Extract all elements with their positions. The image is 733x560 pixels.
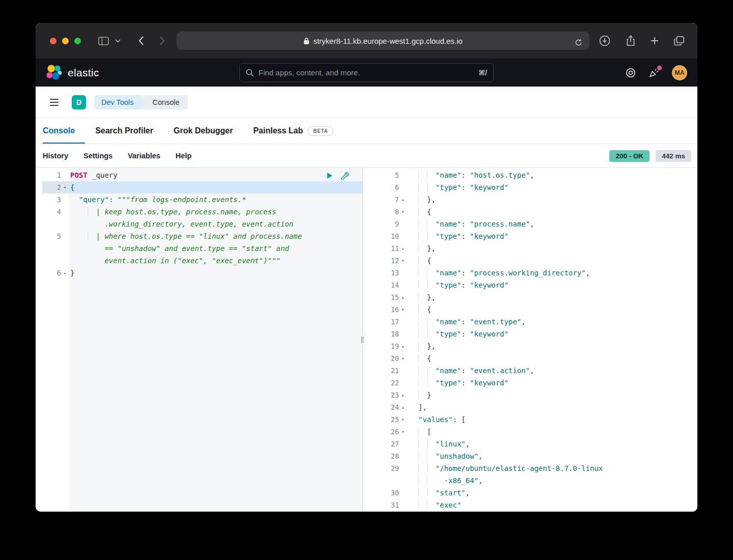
code-text: event.action in ("exec", "exec_event")""… (69, 255, 362, 267)
code-token: }, (427, 342, 436, 350)
fold-toggle-icon[interactable]: ▴ (399, 291, 407, 303)
code-text: "type": "keyword" (407, 181, 697, 193)
response-line[interactable]: 23▴ } (363, 389, 697, 401)
minimize-window-button[interactable] (62, 38, 69, 44)
request-line[interactable]: 3 "query": """from logs-endpoint.events.… (42, 193, 362, 206)
response-line[interactable]: 19▴ }, (363, 340, 697, 352)
reload-button[interactable] (573, 37, 584, 48)
tab-painless-lab[interactable]: Painless Lab BETA (243, 118, 344, 144)
panel-splitter[interactable] (362, 168, 363, 512)
response-line[interactable]: 10 "type": "keyword" (363, 230, 697, 242)
tab-console[interactable]: Console (43, 118, 85, 144)
menu-button[interactable] (48, 97, 61, 108)
response-line[interactable]: 26▾ [ (363, 426, 697, 438)
code-token: "host.os.type" (470, 171, 530, 179)
request-line[interactable]: 4 | keep host.os.type, process.name, pro… (42, 206, 362, 218)
fold-toggle-icon[interactable]: ▴ (399, 193, 407, 206)
share-button[interactable] (624, 33, 637, 48)
breadcrumb-dev-tools[interactable]: Dev Tools (94, 95, 140, 109)
response-line[interactable]: 22 "type": "keyword" (363, 377, 697, 389)
response-line[interactable]: 24▴ ], (363, 401, 697, 413)
fold-toggle-icon[interactable]: ▾ (399, 352, 407, 365)
response-line[interactable]: 6 "type": "keyword" (363, 181, 697, 193)
response-line[interactable]: 11▴ }, (363, 242, 697, 255)
response-line[interactable]: 9 "name": "process.name", (363, 218, 697, 230)
response-line[interactable]: 13 "name": "process.working_directory", (363, 267, 697, 279)
code-token: { (70, 183, 74, 191)
request-line[interactable]: 5 | where host.os.type == "linux" and pr… (42, 230, 362, 242)
code-token: : (461, 171, 470, 179)
request-line[interactable]: event.action in ("exec", "exec_event")""… (42, 255, 362, 267)
tab-overview-button[interactable] (672, 34, 686, 48)
request-line[interactable]: == "unshadow" and event.type == "start" … (42, 242, 362, 255)
splitter-handle-icon[interactable] (360, 335, 365, 345)
request-editor[interactable]: 1POST _query2▾{3 "query": """from logs-e… (42, 168, 362, 512)
request-line[interactable]: 6▴} (42, 267, 362, 279)
response-line[interactable]: 20▾ { (363, 352, 697, 365)
global-search-input[interactable] (259, 68, 474, 77)
response-line[interactable]: 21 "name": "event.action", (363, 365, 697, 377)
response-line[interactable]: 7▴ }, (363, 193, 697, 206)
response-line[interactable]: 30 "start", (363, 487, 697, 499)
fold-toggle-icon[interactable]: ▴ (399, 340, 407, 352)
indent-guide (418, 464, 427, 472)
fold-toggle-icon[interactable]: ▾ (399, 413, 407, 426)
request-line[interactable]: .working_directory, event.type, event.ac… (42, 218, 362, 230)
history-link[interactable]: History (43, 152, 68, 160)
code-token (410, 232, 418, 240)
deployment-badge[interactable]: D (72, 95, 86, 109)
back-button[interactable] (136, 34, 146, 48)
close-window-button[interactable] (50, 38, 57, 44)
response-line[interactable]: 31 "exec" (363, 499, 697, 511)
code-token (70, 244, 104, 253)
response-line[interactable]: 27 "linux", (363, 438, 697, 450)
newsfeed-button[interactable] (649, 67, 660, 78)
settings-link[interactable]: Settings (83, 152, 112, 160)
send-request-button[interactable] (326, 172, 333, 180)
response-viewer[interactable]: 5 "name": "host.os.type",6 "type": "keyw… (363, 168, 697, 512)
response-line[interactable]: 14 "type": "keyword" (363, 279, 697, 291)
response-line[interactable]: 18 "type": "keyword" (363, 328, 697, 340)
variables-link[interactable]: Variables (128, 152, 160, 160)
fold-toggle-icon[interactable]: ▴ (399, 389, 407, 401)
request-line[interactable]: 1POST _query (42, 169, 362, 181)
response-line[interactable]: 17 "name": "event.type", (363, 316, 697, 328)
response-line[interactable]: 8▾ { (363, 206, 697, 218)
fold-toggle-icon[interactable]: ▾ (399, 206, 407, 218)
fold-toggle-icon[interactable]: ▴ (399, 401, 407, 413)
tab-group-chevron-button[interactable] (113, 37, 123, 45)
sidebar-toggle-button[interactable] (96, 35, 111, 47)
response-line[interactable]: 25▾ "values": [ (363, 413, 697, 426)
code-token: } (70, 269, 74, 277)
response-line[interactable]: 28 "unshadow", (363, 450, 697, 462)
fold-toggle-icon[interactable]: ▾ (399, 426, 407, 438)
elastic-logo[interactable] (46, 65, 63, 80)
global-search-bar[interactable]: ⌘/ (239, 63, 494, 82)
tab-grok-debugger[interactable]: Grok Debugger (163, 118, 243, 144)
response-line[interactable]: 12▾ { (363, 255, 697, 267)
response-line[interactable]: 15▴ }, (363, 291, 697, 303)
line-gutter: 5 (363, 169, 407, 181)
fold-toggle-icon[interactable]: ▾ (61, 181, 69, 193)
forward-button[interactable] (157, 34, 167, 48)
code-token (70, 232, 88, 240)
request-options-button[interactable] (341, 172, 349, 180)
fold-toggle-icon[interactable]: ▴ (61, 267, 69, 279)
request-line[interactable]: 2▾{ (42, 181, 362, 193)
fold-toggle-icon[interactable]: ▾ (399, 255, 407, 267)
fold-toggle-icon[interactable]: ▴ (399, 242, 407, 255)
response-line[interactable]: 29 "/home/ubuntu/elastic-agent-8.7.0-lin… (363, 462, 697, 474)
help-button[interactable] (625, 67, 636, 78)
response-line[interactable]: 16▾ { (363, 303, 697, 316)
downloads-button[interactable] (597, 33, 613, 49)
help-link[interactable]: Help (176, 152, 191, 160)
user-avatar[interactable]: MA (672, 65, 687, 80)
response-line[interactable]: 5 "name": "host.os.type", (363, 169, 697, 181)
zoom-window-button[interactable] (74, 38, 81, 44)
fold-toggle-icon[interactable]: ▾ (399, 303, 407, 316)
address-bar[interactable]: stryker8-11.kb.europe-west1.gcp.cloud.es… (177, 32, 589, 50)
tab-search-profiler[interactable]: Search Profiler (85, 118, 163, 144)
new-tab-button[interactable] (649, 35, 661, 47)
response-line[interactable]: -x86_64", (363, 474, 697, 487)
code-token: "/home/ubuntu/elastic-agent-8.7.0-linux (436, 464, 603, 472)
